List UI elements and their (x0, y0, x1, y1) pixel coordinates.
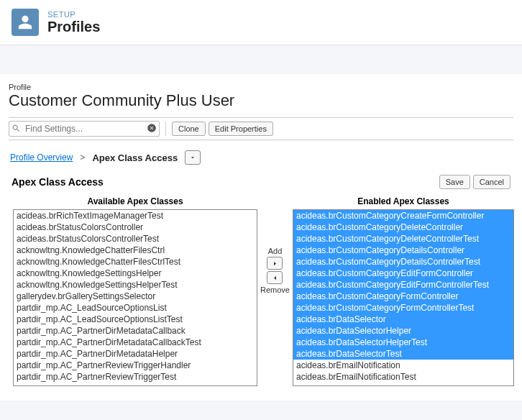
page-header: SETUP Profiles (0, 0, 522, 45)
list-item[interactable]: partdir_mp.AC_PartnerDirMetadataCallback… (14, 337, 257, 348)
profile-caption: Profile (9, 80, 513, 91)
breadcrumb-separator: > (80, 152, 85, 163)
edit-properties-button[interactable]: Edit Properties (209, 122, 273, 136)
breadcrumb-dropdown[interactable] (185, 150, 201, 165)
list-item[interactable]: acknowltng.KnowledgeSettingsHelperTest (14, 279, 257, 291)
enabled-listbox[interactable]: acideas.brCustomCategoryCreateFormContro… (293, 209, 514, 386)
remove-button[interactable] (267, 271, 283, 284)
search-input[interactable] (9, 121, 160, 137)
list-item[interactable]: acideas.brCustomCategoryEditFormControll… (293, 279, 513, 291)
list-item[interactable]: acideas.brCustomCategoryFormController (293, 291, 513, 302)
list-item[interactable]: partdir_mp.AC_LeadSourceOptionsListTest (14, 314, 257, 325)
list-item[interactable]: acideas.brDataSelectorHelper (293, 325, 513, 337)
list-item[interactable]: acideas.brStatusColorsControllerTest (14, 233, 257, 245)
add-button[interactable] (267, 257, 283, 270)
divider (165, 122, 166, 136)
list-item[interactable]: acideas.brCustomCategoryDeleteController (293, 222, 513, 233)
list-item[interactable]: partdir_mp.AC_PartnerDirMetadataCallback (14, 325, 257, 337)
save-button[interactable]: Save (439, 175, 470, 189)
list-item[interactable]: partdir_mp.AC_LeadSourceOptionsList (14, 302, 257, 314)
remove-label: Remove (260, 286, 290, 294)
add-label: Add (268, 247, 283, 255)
section-header-row: Apex Class Access Save Cancel (9, 172, 513, 196)
list-item[interactable]: acideas.brCustomCategoryCreateFormContro… (293, 210, 513, 222)
section-title: Apex Class Access (12, 176, 104, 188)
list-item[interactable]: partdir_mp.AC_PartnerDirMetadataHelper (14, 348, 257, 360)
list-item[interactable]: acknowltng.KnowledgeSettingsHelper (14, 268, 257, 279)
list-item[interactable]: acknowltng.KnowledgeChatterFilesCtrl (14, 245, 257, 256)
breadcrumb-current: Apex Class Access (92, 152, 178, 163)
page-title: Profiles (47, 19, 100, 35)
profile-name: Customer Community Plus User (9, 91, 513, 110)
breadcrumb: Profile Overview > Apex Class Access (9, 140, 513, 172)
search-icon (12, 124, 21, 133)
list-item[interactable]: acideas.brDataSelectorHelperTest (293, 337, 513, 348)
list-item[interactable]: acideas.brCustomCategoryDetailsControlle… (293, 256, 513, 268)
arrow-left-icon (272, 275, 278, 281)
profile-icon (12, 9, 39, 36)
setup-label: SETUP (47, 10, 100, 19)
list-item[interactable]: acideas.brEmailNotificationTest (293, 371, 513, 383)
toolbar: Clone Edit Properties (9, 117, 513, 140)
list-item[interactable]: partdir_mp.AC_PartnerReviewTriggerTest (14, 371, 257, 383)
list-item[interactable]: acideas.brCustomCategoryDeleteController… (293, 233, 513, 245)
list-item[interactable]: acideas.brDataSelectorTest (293, 348, 513, 360)
list-item[interactable]: partdir_mp.AC_PartnerReviewTriggerHandle… (14, 360, 257, 371)
available-label: Available Apex Classes (13, 196, 257, 209)
list-item[interactable]: gallerydev.brGallerySettingsSelector (14, 291, 257, 302)
list-item[interactable]: acideas.brCustomCategoryDetailsControlle… (293, 245, 513, 256)
list-item[interactable]: acknowltng.KnowledgeChatterFilesCtrlTest (14, 256, 257, 268)
dual-listbox: Available Apex Classes acideas.brRichTex… (9, 196, 513, 386)
list-item[interactable]: acideas.brCustomCategoryFormControllerTe… (293, 302, 513, 314)
clone-button[interactable]: Clone (172, 122, 206, 136)
list-item[interactable]: acideas.brRichTextImageManagerTest (14, 210, 257, 222)
list-item[interactable]: acideas.brDataSelector (293, 314, 513, 325)
enabled-label: Enabled Apex Classes (293, 196, 514, 209)
clear-icon[interactable] (147, 123, 157, 133)
cancel-button[interactable]: Cancel (473, 175, 510, 189)
chevron-down-icon (189, 154, 196, 161)
available-listbox[interactable]: acideas.brRichTextImageManagerTestacidea… (13, 209, 257, 386)
list-item[interactable]: acideas.brStatusColorsController (14, 222, 257, 233)
search-box (9, 121, 160, 137)
shuttle-controls: Add Remove (260, 196, 290, 294)
breadcrumb-overview-link[interactable]: Profile Overview (10, 152, 73, 163)
list-item[interactable]: acideas.brCustomCategoryEditFormControll… (293, 268, 513, 279)
arrow-right-icon (272, 260, 278, 267)
list-item[interactable]: acideas.brEmailNotification (293, 360, 513, 371)
content-panel: Profile Customer Community Plus User Clo… (0, 74, 522, 401)
